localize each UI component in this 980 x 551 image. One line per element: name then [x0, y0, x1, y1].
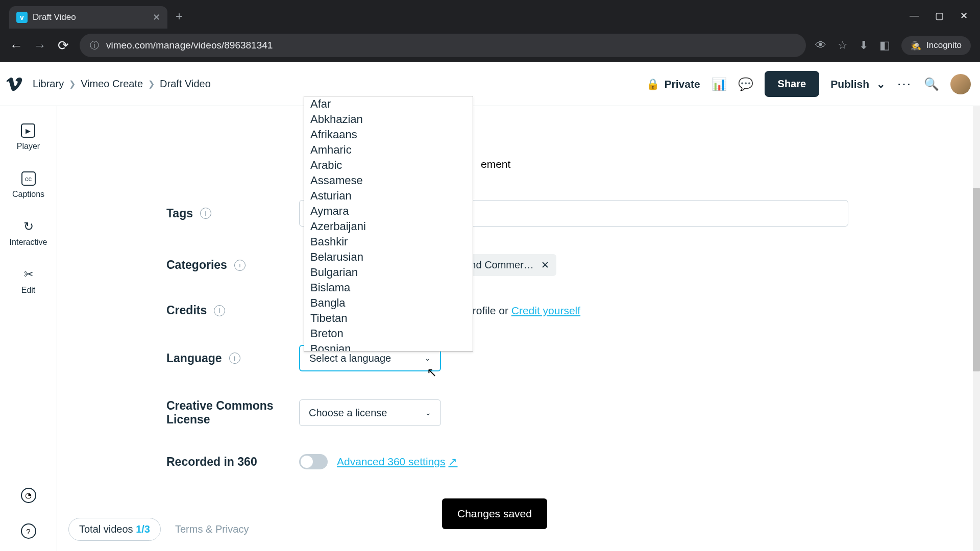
info-icon[interactable]: i	[200, 208, 211, 219]
chevron-down-icon: ⌄	[876, 78, 886, 90]
chip-label: And Commer…	[463, 259, 534, 271]
toast-changes-saved: Changes saved	[442, 498, 547, 529]
language-option[interactable]: Breton	[304, 326, 473, 341]
sidebar-item-interactive[interactable]: ↻ Interactive	[10, 219, 47, 247]
incognito-icon: 🕵	[911, 40, 921, 51]
captions-icon: cc	[21, 171, 36, 186]
recorded360-toggle[interactable]	[299, 454, 328, 469]
sidebar-item-player[interactable]: ▶ Player	[17, 123, 40, 151]
language-option[interactable]: Bosnian	[304, 341, 473, 352]
language-option[interactable]: Abkhazian	[304, 112, 473, 127]
footer: Total videos 1/3 Terms & Privacy	[68, 518, 249, 541]
info-icon[interactable]: i	[234, 260, 246, 271]
license-select[interactable]: Choose a license ⌄	[299, 399, 441, 426]
license-placeholder: Choose a license	[309, 407, 387, 419]
breadcrumb: Library ❯ Vimeo Create ❯ Draft Video	[33, 78, 211, 90]
browser-chrome: v Draft Video ✕ + — ▢ ✕ ← → ⟳ ⓘ vimeo.co…	[0, 0, 980, 62]
tab-close-button[interactable]: ✕	[153, 12, 160, 23]
language-option[interactable]: Arabic	[304, 158, 473, 173]
incognito-label: Incognito	[926, 40, 962, 51]
eye-off-icon[interactable]: 👁	[815, 39, 826, 52]
language-option[interactable]: Belarusian	[304, 249, 473, 265]
scissors-icon: ✂	[21, 267, 36, 282]
recorded360-label: Recorded in 360	[166, 455, 299, 469]
incognito-badge[interactable]: 🕵 Incognito	[901, 36, 971, 55]
window-controls: — ▢ ✕	[910, 10, 974, 21]
language-option[interactable]: Aymara	[304, 204, 473, 219]
language-option[interactable]: Bislama	[304, 280, 473, 295]
main-content: ement Tags i Categories i And Commer… ✕ …	[57, 106, 973, 551]
content-mgmt-heading-partial: ement	[481, 158, 510, 170]
license-label: Creative Commons License	[166, 399, 299, 427]
breadcrumb-library[interactable]: Library	[33, 78, 64, 90]
download-icon[interactable]: ⬇	[859, 39, 868, 52]
browser-titlebar: v Draft Video ✕ + — ▢ ✕	[0, 0, 980, 29]
privacy-button[interactable]: 🔒 Private	[646, 78, 700, 90]
search-icon[interactable]: 🔍	[924, 77, 939, 91]
app-header: Library ❯ Vimeo Create ❯ Draft Video 🔒 P…	[0, 62, 980, 106]
language-option[interactable]: Amharic	[304, 142, 473, 158]
side-panel-icon[interactable]: ◧	[879, 39, 890, 52]
credit-yourself-link[interactable]: Credit yourself	[511, 305, 580, 316]
breadcrumb-create[interactable]: Vimeo Create	[81, 78, 143, 90]
info-icon[interactable]: i	[229, 353, 240, 364]
language-option[interactable]: Azerbaijani	[304, 219, 473, 234]
tags-label: Tags i	[166, 207, 299, 220]
external-link-icon: ↗	[448, 456, 457, 468]
toggle-knob	[301, 456, 313, 468]
maximize-button[interactable]: ▢	[935, 10, 944, 21]
language-option[interactable]: Bulgarian	[304, 265, 473, 280]
browser-address-bar: ← → ⟳ ⓘ vimeo.com/manage/videos/89638134…	[0, 29, 980, 62]
back-button[interactable]: ←	[9, 38, 23, 54]
forward-button[interactable]: →	[33, 38, 47, 54]
language-dropdown-listbox[interactable]: AfarAbkhazianAfrikaansAmharicArabicAssam…	[304, 96, 473, 352]
timer-icon[interactable]: ◔	[21, 488, 36, 503]
language-option[interactable]: Afrikaans	[304, 127, 473, 142]
help-icon[interactable]: ?	[21, 523, 36, 539]
total-videos-badge[interactable]: Total videos 1/3	[68, 518, 161, 541]
language-option[interactable]: Assamese	[304, 173, 473, 188]
language-option[interactable]: Bashkir	[304, 234, 473, 249]
language-placeholder: Select a language	[309, 353, 391, 364]
tab-title: Draft Video	[33, 12, 76, 22]
sidebar-item-edit[interactable]: ✂ Edit	[21, 267, 36, 295]
chevron-down-icon: ⌄	[425, 409, 431, 417]
info-icon[interactable]: i	[214, 305, 225, 316]
reload-button[interactable]: ⟳	[56, 38, 70, 54]
advanced-360-link[interactable]: Advanced 360 settings ↗	[337, 456, 457, 468]
more-options-button[interactable]: ⋯	[897, 76, 913, 92]
url-input[interactable]: ⓘ vimeo.com/manage/videos/896381341	[80, 34, 806, 57]
terms-privacy-link[interactable]: Terms & Privacy	[175, 523, 249, 535]
share-button[interactable]: Share	[765, 71, 820, 97]
vimeo-favicon-icon: v	[16, 12, 28, 23]
minimize-button[interactable]: —	[910, 10, 919, 21]
publish-label: Publish	[830, 78, 869, 90]
site-info-icon[interactable]: ⓘ	[90, 39, 99, 52]
language-option[interactable]: Tibetan	[304, 311, 473, 326]
avatar[interactable]	[950, 74, 971, 94]
play-icon: ▶	[21, 123, 35, 138]
sidebar: ▶ Player cc Captions ↻ Interactive ✂ Edi…	[0, 106, 57, 551]
sidebar-item-captions[interactable]: cc Captions	[12, 171, 44, 199]
chevron-down-icon: ⌄	[425, 354, 431, 362]
chevron-right-icon: ❯	[148, 79, 155, 89]
bookmark-icon[interactable]: ☆	[838, 39, 848, 52]
analytics-icon[interactable]: 📊	[712, 77, 727, 91]
privacy-label: Private	[665, 78, 700, 90]
close-window-button[interactable]: ✕	[960, 10, 968, 21]
interactive-icon: ↻	[21, 219, 36, 234]
main-scrollbar[interactable]	[973, 106, 980, 551]
language-option[interactable]: Afar	[304, 96, 473, 112]
publish-button[interactable]: Publish ⌄	[830, 78, 886, 90]
language-option[interactable]: Bangla	[304, 295, 473, 311]
new-tab-button[interactable]: +	[176, 9, 183, 23]
scrollbar-thumb[interactable]	[973, 188, 980, 371]
chip-remove-button[interactable]: ✕	[541, 259, 549, 271]
comment-icon[interactable]: 💬	[738, 77, 753, 91]
url-text: vimeo.com/manage/videos/896381341	[106, 40, 273, 51]
browser-tab[interactable]: v Draft Video ✕	[9, 6, 167, 29]
language-option[interactable]: Asturian	[304, 188, 473, 204]
language-label: Language i	[166, 352, 299, 365]
credits-label: Credits i	[166, 304, 299, 317]
vimeo-logo-icon[interactable]	[5, 75, 23, 93]
